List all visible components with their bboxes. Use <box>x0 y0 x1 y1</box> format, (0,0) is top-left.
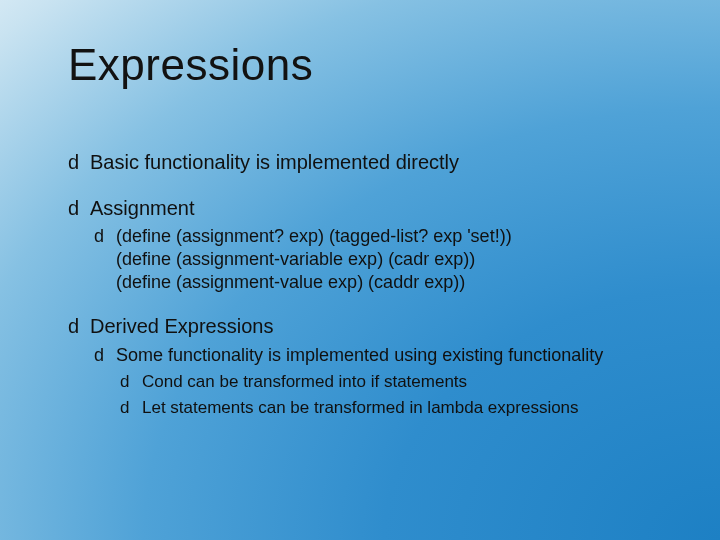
bullet-icon: d <box>94 225 116 248</box>
bullet-text: Basic functionality is implemented direc… <box>90 151 459 173</box>
bullet-cond-transform: dCond can be transformed into if stateme… <box>120 371 660 393</box>
bullet-some-functionality: dSome functionality is implemented using… <box>94 344 614 367</box>
bullet-icon: d <box>68 196 90 222</box>
bullet-text: Some functionality is implemented using … <box>116 345 603 365</box>
bullet-text: Cond can be transformed into if statemen… <box>142 372 467 391</box>
bullet-basic-functionality: dBasic functionality is implemented dire… <box>68 150 660 176</box>
bullet-text: Assignment <box>90 197 195 219</box>
bullet-text: Let statements can be transformed in lam… <box>142 398 579 417</box>
bullet-icon: d <box>120 371 142 393</box>
bullet-text: (define (assignment? exp) (tagged-list? … <box>116 226 512 292</box>
bullet-derived-expressions: dDerived Expressions <box>68 314 660 340</box>
slide-title: Expressions <box>68 40 313 90</box>
bullet-icon: d <box>94 344 116 367</box>
slide-body: dBasic functionality is implemented dire… <box>68 140 660 418</box>
bullet-icon: d <box>120 397 142 419</box>
bullet-icon: d <box>68 150 90 176</box>
slide: Expressions dBasic functionality is impl… <box>0 0 720 540</box>
bullet-assignment-code: d(define (assignment? exp) (tagged-list?… <box>94 225 514 294</box>
bullet-icon: d <box>68 314 90 340</box>
bullet-let-transform: dLet statements can be transformed in la… <box>120 397 660 419</box>
bullet-assignment: dAssignment <box>68 196 660 222</box>
bullet-text: Derived Expressions <box>90 315 273 337</box>
